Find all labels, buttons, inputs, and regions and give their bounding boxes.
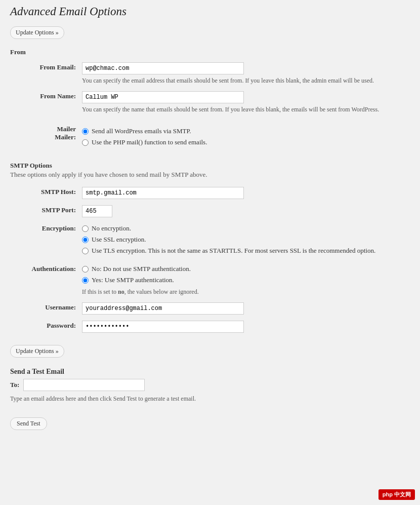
update-options-bottom-button[interactable]: Update Options » [10,345,64,358]
from-email-field-cell: You can specify the email address that e… [81,59,410,88]
enc-tls-label: Use TLS encryption. This is not the same… [92,247,375,255]
enc-ssl-radio[interactable] [82,237,89,243]
from-name-input[interactable] [82,91,244,103]
smtp-host-row: SMTP Host: [10,184,410,202]
enc-tls-radio[interactable] [82,248,89,254]
mailer-section-heading: Mailer [12,125,76,133]
encryption-row: Encryption: No encryption. Use SSL encry… [10,220,410,261]
smtp-port-input[interactable] [82,205,112,217]
mailer-php-row: Use the PHP mail() function to send emai… [82,138,408,146]
mailer-php-label: Use the PHP mail() function to send emai… [92,138,207,146]
mailer-smtp-label: Send all WordPress emails via SMTP. [92,127,191,135]
from-heading: From [10,48,410,56]
mailer-row: Mailer Mailer: Send all WordPress emails… [10,123,410,152]
password-input[interactable] [82,321,244,333]
authentication-radio-group: No: Do not use SMTP authentication. Yes:… [82,265,408,284]
auth-yes-row: Yes: Use SMTP authentication. [82,276,408,284]
smtp-port-row: SMTP Port: [10,202,410,220]
update-options-top-button[interactable]: Update Options » [10,26,64,39]
update-options-bottom-wrapper: Update Options » [10,345,410,358]
enc-ssl-row: Use SSL encryption. [82,236,408,244]
to-label: To: [10,381,19,389]
mailer-section: Mailer Mailer: Send all WordPress emails… [10,123,410,152]
auth-yes-radio[interactable] [82,277,89,284]
enc-ssl-label: Use SSL encryption. [92,236,146,244]
smtp-description: These options only apply if you have cho… [10,171,410,179]
from-name-field-cell: You can specify the name that emails sho… [81,88,410,117]
password-label: Password: [10,318,81,336]
send-test-button[interactable]: Send Test [10,417,47,430]
page-title: Advanced Email Options [10,5,410,18]
from-table: From Email: You can specify the email ad… [10,59,410,117]
to-row: To: [10,379,410,391]
enc-none-radio[interactable] [82,225,89,232]
authentication-row: Authentication: No: Do not use SMTP auth… [10,261,410,299]
username-input[interactable] [82,302,244,315]
smtp-table: SMTP Host: SMTP Port: Encryption: No enc… [10,184,410,336]
smtp-port-label: SMTP Port: [10,202,81,220]
from-email-input[interactable] [82,62,244,74]
from-name-row: From Name: You can specify the name that… [10,88,410,117]
password-row: Password: [10,318,410,336]
mailer-section-heading-cell: Mailer Mailer: [10,123,81,152]
auth-no-label: No: Do not use SMTP authentication. [92,265,191,273]
from-email-help: You can specify the email address that e… [82,76,408,85]
from-name-label: From Name: [10,88,81,117]
username-field-cell [81,299,410,318]
test-email-help: Type an email address here and then clic… [10,394,364,403]
auth-no-radio[interactable] [82,266,89,273]
smtp-section: SMTP Options These options only apply if… [10,162,410,336]
mailer-table: Mailer Mailer: Send all WordPress emails… [10,123,410,152]
authentication-options-cell: No: Do not use SMTP authentication. Yes:… [81,261,410,299]
mailer-smtp-radio[interactable] [82,128,89,135]
password-field-cell [81,318,410,336]
test-email-input[interactable] [23,379,145,391]
test-email-section: Send a Test Email To: Type an email addr… [10,368,410,403]
enc-none-label: No encryption. [92,224,131,232]
test-email-heading: Send a Test Email [10,368,410,376]
mailer-label: Mailer: [12,133,76,141]
smtp-host-label: SMTP Host: [10,184,81,202]
enc-tls-row: Use TLS encryption. This is not the same… [82,247,408,255]
from-section: From From Email: You can specify the ema… [10,48,410,117]
encryption-label: Encryption: [10,220,81,261]
mailer-smtp-row: Send all WordPress emails via SMTP. [82,127,408,135]
send-test-wrapper: Send Test [10,410,410,430]
encryption-radio-group: No encryption. Use SSL encryption. Use T… [82,224,408,255]
from-name-help: You can specify the name that emails sho… [82,105,408,114]
username-label: Username: [10,299,81,318]
authentication-help: If this is set to no, the values below a… [82,287,408,296]
auth-no-row: No: Do not use SMTP authentication. [82,265,408,273]
smtp-host-input[interactable] [82,187,244,199]
authentication-label: Authentication: [10,261,81,299]
encryption-options-cell: No encryption. Use SSL encryption. Use T… [81,220,410,261]
mailer-options-cell: Send all WordPress emails via SMTP. Use … [81,123,410,152]
from-email-label: From Email: [10,59,81,88]
username-row: Username: [10,299,410,318]
smtp-heading: SMTP Options [10,162,410,170]
auth-yes-label: Yes: Use SMTP authentication. [92,276,174,284]
enc-none-row: No encryption. [82,224,408,232]
mailer-php-radio[interactable] [82,139,89,146]
smtp-host-field-cell [81,184,410,202]
from-email-row: From Email: You can specify the email ad… [10,59,410,88]
mailer-radio-group: Send all WordPress emails via SMTP. Use … [82,127,408,146]
smtp-port-field-cell [81,202,410,220]
